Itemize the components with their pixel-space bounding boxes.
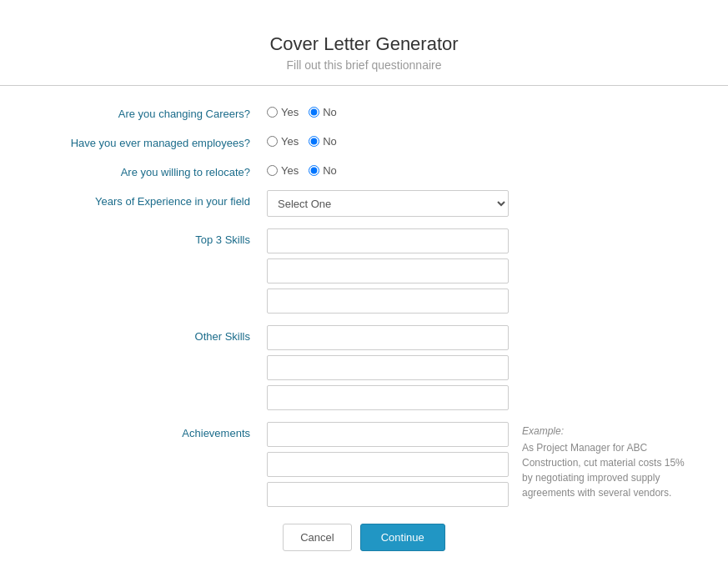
other-skill-2-input[interactable] <box>267 355 509 380</box>
button-row: Cancel Continue <box>33 524 695 568</box>
page-subtitle: Fill out this brief questionnaire <box>0 58 728 72</box>
willing-relocate-row: Are you willing to relocate? Yes No <box>33 161 695 178</box>
changing-careers-row: Are you changing Careers? Yes No <box>33 103 695 120</box>
page-title: Cover Letter Generator <box>0 33 728 55</box>
achievement-2-input[interactable] <box>267 452 509 477</box>
years-experience-label: Years of Experience in your field <box>33 190 267 208</box>
willing-relocate-yes-label[interactable]: Yes <box>267 164 299 177</box>
managed-employees-label: Have you ever managed employees? <box>33 132 267 149</box>
willing-relocate-yes-radio[interactable] <box>267 165 278 176</box>
other-skills-row: Other Skills <box>33 325 695 410</box>
willing-relocate-label: Are you willing to relocate? <box>33 161 267 178</box>
managed-employees-controls: Yes No <box>267 132 695 148</box>
years-experience-row: Years of Experience in your field Select… <box>33 190 695 217</box>
years-experience-select[interactable]: Select One 0-1 years 1-3 years 3-5 years… <box>267 190 509 217</box>
achievements-row: Achievements Example: As Project Manager… <box>33 422 695 507</box>
changing-careers-radio-group: Yes No <box>267 103 695 118</box>
top-skills-label: Top 3 Skills <box>33 228 267 246</box>
form-body: Are you changing Careers? Yes No Have yo… <box>0 103 728 568</box>
willing-relocate-radio-group: Yes No <box>267 161 695 177</box>
achievement-1-input[interactable] <box>267 422 509 447</box>
changing-careers-yes-radio[interactable] <box>267 107 278 118</box>
managed-employees-no-label[interactable]: No <box>309 135 337 148</box>
top-skills-row: Top 3 Skills <box>33 228 695 314</box>
willing-relocate-no-label[interactable]: No <box>309 164 337 177</box>
changing-careers-no-label[interactable]: No <box>309 106 337 118</box>
cancel-button[interactable]: Cancel <box>283 524 351 551</box>
changing-careers-no-radio[interactable] <box>309 107 319 118</box>
other-skills-controls <box>267 325 695 410</box>
other-skill-3-input[interactable] <box>267 385 509 410</box>
managed-employees-radio-group: Yes No <box>267 132 695 148</box>
page-wrapper: Cover Letter Generator Fill out this bri… <box>0 0 728 577</box>
managed-employees-row: Have you ever managed employees? Yes No <box>33 132 695 149</box>
top-skills-controls <box>267 228 695 314</box>
other-skill-1-input[interactable] <box>267 325 509 350</box>
achievement-3-input[interactable] <box>267 482 509 507</box>
continue-button[interactable]: Continue <box>360 524 445 551</box>
willing-relocate-controls: Yes No <box>267 161 695 177</box>
top-skill-2-input[interactable] <box>267 258 509 283</box>
example-text: As Project Manager for ABC Construction,… <box>522 442 685 499</box>
other-skills-label: Other Skills <box>33 325 267 343</box>
years-experience-controls: Select One 0-1 years 1-3 years 3-5 years… <box>267 190 695 217</box>
managed-employees-no-radio[interactable] <box>309 136 319 147</box>
achievements-example: Example: As Project Manager for ABC Cons… <box>522 422 695 500</box>
willing-relocate-no-radio[interactable] <box>309 165 319 176</box>
changing-careers-label: Are you changing Careers? <box>33 103 267 120</box>
achievements-label: Achievements <box>33 422 267 439</box>
example-label: Example: <box>522 424 695 439</box>
top-skill-1-input[interactable] <box>267 228 509 253</box>
achievements-controls <box>267 422 509 507</box>
page-header: Cover Letter Generator Fill out this bri… <box>0 17 728 86</box>
changing-careers-yes-label[interactable]: Yes <box>267 106 299 118</box>
managed-employees-yes-label[interactable]: Yes <box>267 135 299 148</box>
managed-employees-yes-radio[interactable] <box>267 136 278 147</box>
changing-careers-controls: Yes No <box>267 103 695 118</box>
top-skill-3-input[interactable] <box>267 288 509 314</box>
